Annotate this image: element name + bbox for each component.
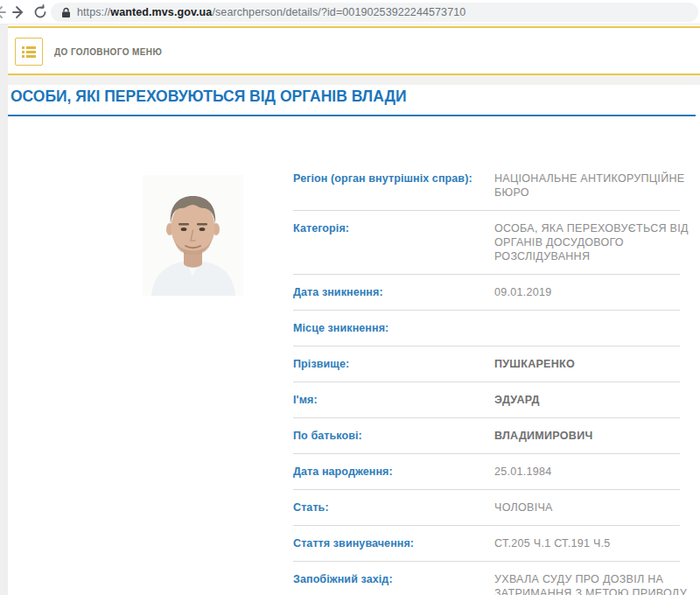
detail-value: ЭДУАРД	[494, 393, 700, 407]
detail-label: Регіон (орган внутрішніх справ):	[293, 172, 494, 186]
detail-value: 09.01.2019	[494, 285, 700, 299]
detail-row: Категорія: ОСОБА, ЯКА ПЕРЕХОВУЄТЬСЯ ВІД …	[293, 211, 680, 275]
url-text: https://wanted.mvs.gov.ua/searchperson/d…	[77, 6, 466, 18]
detail-row: Регіон (орган внутрішніх справ): НАЦІОНА…	[293, 161, 680, 211]
detail-row: Дата народження: 25.01.1984	[293, 454, 680, 490]
detail-label: Прізвище:	[293, 357, 494, 371]
main-menu-button[interactable]	[15, 38, 43, 66]
detail-label: І'мя:	[293, 393, 494, 407]
page-content: ДО ГОЛОВНОГО МЕНЮ ОСОБИ, ЯКІ ПЕРЕХОВУЮТЬ…	[8, 24, 700, 595]
detail-row: Дата зникнення: 09.01.2019	[293, 275, 680, 311]
url-domain: wanted.mvs.gov.ua	[110, 6, 212, 18]
detail-row: Місце зникнення:	[293, 311, 680, 346]
screenshot-root: https://wanted.mvs.gov.ua/searchperson/d…	[0, 0, 700, 595]
detail-row: Запобіжний захід: УХВАЛА СУДУ ПРО ДОЗВІЛ…	[293, 562, 680, 595]
detail-label: По батькові:	[293, 429, 494, 443]
browser-toolbar: https://wanted.mvs.gov.ua/searchperson/d…	[0, 0, 700, 24]
url-path: /searchperson/details/?id=00190253922244…	[212, 6, 466, 18]
detail-value: ЧОЛОВІЧА	[494, 500, 700, 514]
detail-label: Дата зникнення:	[293, 285, 494, 299]
main-menu-link[interactable]: ДО ГОЛОВНОГО МЕНЮ	[54, 47, 162, 57]
page-left-gutter	[0, 24, 8, 595]
url-scheme: https://	[77, 6, 110, 18]
top-gold-divider	[8, 26, 700, 28]
detail-row: Стаття звинувачення: СТ.205 Ч.1 СТ.191 Ч…	[293, 526, 680, 562]
detail-label: Категорія:	[293, 221, 494, 235]
detail-value: ПУШКАРЕНКО	[494, 357, 700, 371]
reload-icon[interactable]	[32, 4, 48, 20]
detail-label: Стаття звинувачення:	[293, 536, 494, 550]
detail-value: НАЦІОНАЛЬНЕ АНТИКОРУПЦІЙНЕ БЮРО	[494, 172, 700, 200]
detail-value: СТ.205 Ч.1 СТ.191 Ч.5	[494, 536, 700, 550]
title-underline	[8, 115, 696, 116]
detail-value: УХВАЛА СУДУ ПРО ДОЗВІЛ НА ЗАТРИМАННЯ З М…	[494, 572, 700, 595]
detail-row: Стать: ЧОЛОВІЧА	[293, 490, 680, 526]
detail-label: Стать:	[293, 500, 494, 514]
lock-icon	[61, 7, 71, 18]
detail-row: І'мя: ЭДУАРД	[293, 382, 680, 418]
detail-label: Запобіжний захід:	[293, 572, 494, 586]
page-title: ОСОБИ, ЯКІ ПЕРЕХОВУЮТЬСЯ ВІД ОРГАНІВ ВЛА…	[10, 88, 406, 106]
bulleted-list-icon	[21, 44, 37, 60]
back-icon[interactable]	[0, 4, 8, 20]
detail-value: 25.01.1984	[494, 465, 700, 479]
forward-icon[interactable]	[10, 4, 26, 20]
address-bar[interactable]: https://wanted.mvs.gov.ua/searchperson/d…	[51, 3, 698, 22]
detail-row: Прізвище: ПУШКАРЕНКО	[293, 346, 680, 382]
detail-row: По батькові: ВЛАДИМИРОВИЧ	[293, 418, 680, 454]
detail-value: ОСОБА, ЯКА ПЕРЕХОВУЄТЬСЯ ВІД ОРГАНІВ ДОС…	[494, 221, 700, 263]
section-separator	[8, 75, 700, 85]
detail-value: ВЛАДИМИРОВИЧ	[494, 429, 700, 443]
detail-label: Дата народження:	[293, 465, 494, 479]
person-details-table: Регіон (орган внутрішніх справ): НАЦІОНА…	[293, 161, 680, 595]
wanted-person-photo	[143, 175, 243, 296]
detail-label: Місце зникнення:	[293, 321, 494, 335]
